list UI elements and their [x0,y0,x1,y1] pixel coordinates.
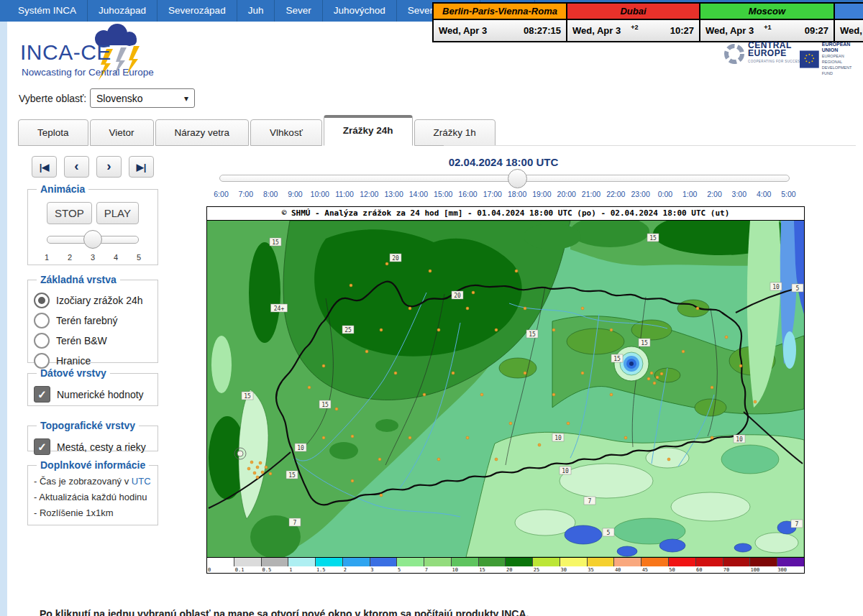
scale-label: 100 [751,567,760,573]
city-dot [581,307,584,310]
product-tabs: TeplotaVietorNárazy vetraVlhkosťZrážky 2… [18,115,497,146]
scale-segment [777,558,804,566]
city-dot [515,270,518,272]
base-layer-option-izo-iary-zr-ok-24h[interactable]: Izočiary zrážok 24h [34,293,152,308]
timeline-tick-19-00: 19:00 [532,190,551,198]
scale-label: 30 [560,567,566,573]
region-select-value: Slovensko [96,93,143,104]
nav-item-juhoz-pad[interactable]: Juhozápad [88,0,157,22]
city-dot [538,443,541,446]
scale-segment [669,558,696,566]
precipitation-color-scale: 00.10.511.523571015202530354045506070100… [207,557,804,573]
animation-speed-slider[interactable] [47,236,139,244]
checkbox[interactable]: ✓ [34,386,50,403]
tab-vietor[interactable]: Vietor [90,119,154,146]
base-layer-option-hranice[interactable]: Hranice [34,353,152,369]
scale-label: 20 [506,567,512,573]
checkbox[interactable]: ✓ [34,438,50,455]
tab-n-razy-vetra[interactable]: Nárazy vetra [155,119,250,146]
contour-label: 15 [321,402,329,408]
scale-label: 1.5 [316,567,326,573]
topo-layer-option-mest-cesty-a-rieky[interactable]: ✓Mestá, cesty a rieky [34,438,152,455]
animation-speed-labels: 12345 [45,253,141,262]
page: Systém INCAJuhozápadSeverozápadJuhSeverJ… [0,0,863,616]
radio-button[interactable] [34,353,50,369]
city-dot [365,350,368,353]
timeline-tick-1-00: 1:00 [682,190,697,198]
scale-segment [397,558,424,566]
city-dot [423,393,426,396]
city-dot [610,393,613,396]
nav-item-syst-m-inca[interactable]: Systém INCA [7,0,88,22]
nav-item-severoz-pad[interactable]: Severozápad [157,0,237,22]
animation-speed-handle[interactable] [83,230,102,249]
topo-layers-panel: Topografické vrstvy ✓Mestá, cesty a riek… [27,420,158,451]
timeline-tick-15-00: 15:00 [434,190,452,198]
radio-button[interactable] [34,313,50,328]
nav-item-juhov-chod[interactable]: Juhovýchod [323,0,397,22]
timeline-slider-handle[interactable] [508,169,527,188]
tab-vlhkos[interactable]: Vlhkosť [250,119,322,146]
radio-button[interactable] [34,333,50,349]
timeline-tick-11-00: 11:00 [335,190,354,198]
tab-zr-ky-24h[interactable]: Zrážky 24h [324,115,413,146]
base-layer-option-ter-n-b-w[interactable]: Terén B&W [34,333,152,349]
precipitation-map[interactable]: © SHMÚ - Analýza zrážok za 24 hod [mm] -… [206,206,805,574]
timeline-tick-2-00: 2:00 [707,190,721,198]
first-frame-button[interactable]: |◀ [32,156,57,178]
scale-segment [234,558,262,566]
timeline-slider[interactable] [219,175,790,182]
tab-zr-ky-1h[interactable]: Zrážky 1h [414,119,496,146]
city-dot [408,436,411,439]
scale-segment [588,558,615,566]
clock-city-label: Moscow [700,4,834,20]
contour-label: 15 [649,235,657,242]
clock-time-row: Wed, [835,20,863,41]
prev-frame-button[interactable]: ‹ [64,156,89,178]
city-dot [647,377,650,380]
data-layer-option-numerick-hodnoty[interactable]: ✓Numerické hodnoty [34,386,152,403]
scale-label: 35 [588,567,593,573]
eu-logo-line3: DEVELOPMENT FUND [822,65,863,76]
nav-item-sever[interactable]: Sever [275,0,322,22]
city-dot [667,458,670,461]
timeline-tick-6-00: 6:00 [214,190,228,198]
timeline-tick-14-00: 14:00 [409,190,428,198]
city-dot [408,307,411,310]
play-button[interactable]: PLAY [96,202,139,224]
base-layer-panel: Základná vrstva Izočiary zrážok 24hTerén… [27,274,158,363]
region-select[interactable]: Slovensko ▾ [90,88,195,108]
last-frame-button[interactable]: ▶| [129,156,154,178]
clock-utc-offset: +2 [631,24,638,31]
ce-logo-line2: EUROPE [748,50,803,58]
utc-link[interactable]: UTC [132,476,151,487]
scale-segment [560,558,588,566]
info-line: - Čas je zobrazovaný v UTC [34,474,152,489]
scale-label: 60 [696,567,702,573]
city-dot [437,458,440,461]
nav-item-juh[interactable]: Juh [237,0,275,22]
radio-button[interactable] [34,293,50,308]
city-dot [322,364,325,367]
data-layers-panel: Dátové vrstvy ✓Numerické hodnoty [27,367,158,406]
stop-button[interactable]: STOP [47,202,92,224]
base-layer-option-ter-n-farebn[interactable]: Terén farebný [34,313,152,328]
ce-logo-tagline: COOPERATING FOR SUCCESS [748,58,803,65]
next-frame-button[interactable]: › [96,156,122,178]
map-title: © SHMÚ - Analýza zrážok za 24 hod [mm] -… [207,207,804,221]
contour-label: 25 [344,327,352,334]
city-dot [495,458,498,461]
city-dot [394,372,397,374]
clock-column: Wed, [835,4,863,41]
clock-date: Wed, Apr 3 [572,25,621,36]
animation-panel: Animácia STOP PLAY 12345 [27,183,158,265]
contour-label: 10 [554,435,562,441]
map-canvas: 15201510524+2520151515151510151010757710 [207,221,804,557]
scale-segment [452,558,479,566]
tab-teplota[interactable]: Teplota [18,119,88,146]
timeline-tick-18-00: 18:00 [508,190,526,198]
clock-time-row: Wed, Apr 3+109:27 [700,20,834,41]
timeline-tick-17-00: 17:00 [483,190,502,198]
city-dot [524,372,526,374]
clock-date: Wed, Apr 3 [439,25,487,36]
